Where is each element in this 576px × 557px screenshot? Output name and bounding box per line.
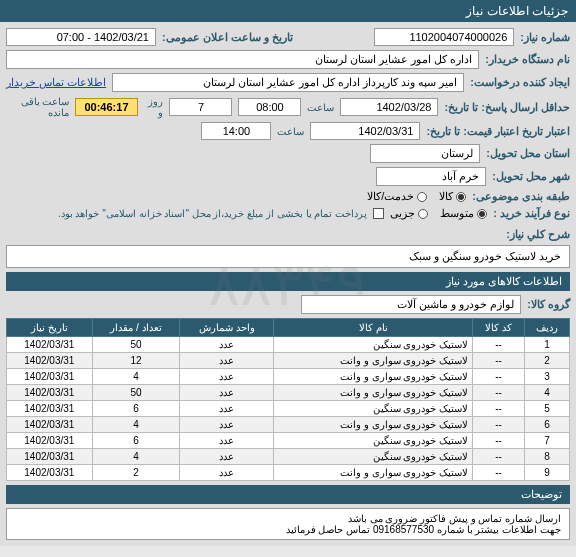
table-cell: 1402/03/31 <box>7 353 93 369</box>
cat-service-option[interactable]: خدمت/کالا <box>367 190 427 203</box>
th-name: نام کالا <box>274 319 473 337</box>
table-cell: عدد <box>180 465 274 481</box>
table-cell: -- <box>473 417 525 433</box>
city-label: شهر محل تحویل: <box>492 170 570 183</box>
goods-section-title: اطلاعات کالاهای مورد نیاز <box>6 272 570 291</box>
announce-value: 1402/03/21 - 07:00 <box>6 28 156 46</box>
table-cell: 7 <box>525 433 570 449</box>
main-content: ۸۸۳۴۹ شماره نیاز: 1102004074000026 تاریخ… <box>0 22 576 546</box>
summary-label: شرح کلي نیاز: <box>506 228 570 241</box>
bt-medium-label: متوسط <box>440 207 474 220</box>
table-cell: 3 <box>525 369 570 385</box>
radio-icon <box>417 192 427 202</box>
table-row: 7--لاستیک خودروی سنگینعدد61402/03/31 <box>7 433 570 449</box>
table-cell: 50 <box>92 337 180 353</box>
table-cell: -- <box>473 353 525 369</box>
table-cell: 8 <box>525 449 570 465</box>
deadline-date: 1402/03/28 <box>340 98 438 116</box>
note-line-1: ارسال شماره تماس و پیش فاکتور ضروری می ب… <box>15 513 561 524</box>
days-value: 7 <box>169 98 232 116</box>
bt-partial-label: جزیی <box>390 207 415 220</box>
deadline-time: 08:00 <box>238 98 301 116</box>
table-cell: عدد <box>180 449 274 465</box>
table-cell: لاستیک خودروی سنگین <box>274 337 473 353</box>
countdown-timer: 00:46:17 <box>75 98 137 116</box>
th-date: تاریخ نیاز <box>7 319 93 337</box>
bt-partial-option[interactable]: جزیی <box>390 207 428 220</box>
days-unit: روز و <box>144 96 164 118</box>
table-cell: 2 <box>525 353 570 369</box>
table-cell: -- <box>473 449 525 465</box>
table-cell: 1402/03/31 <box>7 369 93 385</box>
table-cell: عدد <box>180 433 274 449</box>
table-cell: 1402/03/31 <box>7 385 93 401</box>
treasury-checkbox[interactable] <box>373 208 384 219</box>
buy-type-radios: متوسط جزیی <box>390 207 487 220</box>
table-cell: 1402/03/31 <box>7 449 93 465</box>
need-no-label: شماره نیاز: <box>520 31 570 44</box>
validity-label: اعتبار تاریخ اعتبار قیمت: تا تاریخ: <box>426 125 570 138</box>
contact-link[interactable]: اطلاعات تماس خریدار <box>6 76 106 89</box>
category-label: طبقه بندی موضوعی: <box>472 190 570 203</box>
window-header: جزئیات اطلاعات نیاز <box>0 0 576 22</box>
table-cell: 4 <box>92 369 180 385</box>
notes-box: ارسال شماره تماس و پیش فاکتور ضروری می ب… <box>6 508 570 540</box>
table-cell: 6 <box>525 417 570 433</box>
table-cell: 1402/03/31 <box>7 465 93 481</box>
time-label-1: ساعت <box>307 102 334 113</box>
table-row: 3--لاستیک خودروی سواری و وانتعدد41402/03… <box>7 369 570 385</box>
buy-type-label: نوع فرآیند خرید : <box>493 207 570 220</box>
table-row: 5--لاستیک خودروی سنگینعدد61402/03/31 <box>7 401 570 417</box>
cat-goods-label: کالا <box>439 190 453 203</box>
buyer-org-value: اداره کل امور عشایر استان لرستان <box>6 50 479 69</box>
table-cell: لاستیک خودروی سواری و وانت <box>274 385 473 401</box>
table-cell: -- <box>473 369 525 385</box>
countdown-unit: ساعت باقی مانده <box>6 96 69 118</box>
requester-label: ایجاد کننده درخواست: <box>470 76 570 89</box>
table-cell: لاستیک خودروی سواری و وانت <box>274 369 473 385</box>
table-header-row: ردیف کد کالا نام کالا واحد شمارش تعداد /… <box>7 319 570 337</box>
table-cell: عدد <box>180 417 274 433</box>
bt-medium-option[interactable]: متوسط <box>440 207 487 220</box>
table-row: 6--لاستیک خودروی سواری و وانتعدد41402/03… <box>7 417 570 433</box>
table-cell: -- <box>473 465 525 481</box>
buyer-org-label: نام دستگاه خریدار: <box>485 53 570 66</box>
table-cell: 2 <box>92 465 180 481</box>
th-qty: تعداد / مقدار <box>92 319 180 337</box>
group-label: گروه کالا: <box>527 298 570 311</box>
window-title: جزئیات اطلاعات نیاز <box>466 4 568 18</box>
city-value: خرم آباد <box>376 167 486 186</box>
table-cell: -- <box>473 385 525 401</box>
announce-label: تاریخ و ساعت اعلان عمومی: <box>162 31 293 44</box>
table-cell: لاستیک خودروی سنگین <box>274 433 473 449</box>
table-cell: عدد <box>180 369 274 385</box>
summary-box: خرید لاستیک خودرو سنگین و سبک <box>6 245 570 268</box>
table-cell: 6 <box>92 433 180 449</box>
table-cell: 9 <box>525 465 570 481</box>
table-cell: عدد <box>180 385 274 401</box>
table-cell: 12 <box>92 353 180 369</box>
validity-time: 14:00 <box>201 122 271 140</box>
category-radios: کالا خدمت/کالا <box>367 190 466 203</box>
cat-goods-option[interactable]: کالا <box>439 190 466 203</box>
table-cell: 1402/03/31 <box>7 433 93 449</box>
group-value: لوازم خودرو و ماشین آلات <box>301 295 521 314</box>
table-cell: 1402/03/31 <box>7 337 93 353</box>
table-cell: 1402/03/31 <box>7 401 93 417</box>
requester-value: امیر سپه وند کارپرداز اداره کل امور عشای… <box>112 73 464 92</box>
table-cell: -- <box>473 337 525 353</box>
radio-icon <box>418 209 428 219</box>
table-row: 1--لاستیک خودروی سنگینعدد501402/03/31 <box>7 337 570 353</box>
note-line-2: جهت اطلاعات بیشتر با شماره 09168577530 ت… <box>15 524 561 535</box>
table-row: 9--لاستیک خودروی سواری و وانتعدد21402/03… <box>7 465 570 481</box>
cat-service-label: خدمت/کالا <box>367 190 414 203</box>
table-cell: 5 <box>525 401 570 417</box>
table-cell: 4 <box>525 385 570 401</box>
time-label-2: ساعت <box>277 126 304 137</box>
table-cell: لاستیک خودروی سواری و وانت <box>274 465 473 481</box>
table-cell: عدد <box>180 401 274 417</box>
radio-icon <box>456 192 466 202</box>
radio-icon <box>477 209 487 219</box>
table-cell: -- <box>473 401 525 417</box>
table-cell: 4 <box>92 417 180 433</box>
